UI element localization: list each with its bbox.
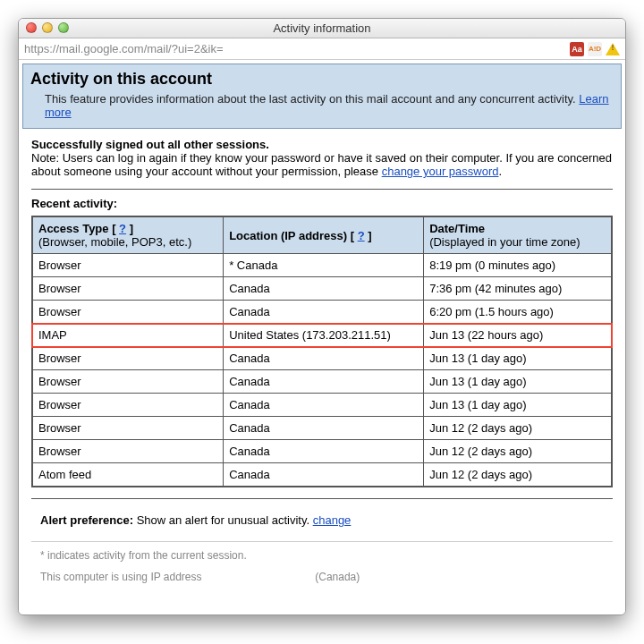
cell-loc: Canada [224, 347, 424, 370]
help-link[interactable]: ? [119, 222, 126, 235]
ip-footnote: This computer is using IP address (Canad… [31, 571, 613, 583]
extension-icon[interactable]: Aa [570, 42, 584, 56]
cell-type: Browser [32, 277, 224, 301]
col3-label: Date/Time [429, 222, 485, 235]
cell-time: Jun 12 (2 days ago) [424, 440, 612, 463]
col1-bracket: ] [126, 222, 133, 235]
cell-loc: Canada [224, 277, 424, 301]
browser-window: Activity information https://mail.google… [18, 18, 626, 615]
cell-type: IMAP [32, 324, 224, 347]
col-location: Location (IP address) [ ? ] [224, 216, 424, 254]
page-title: Activity on this account [30, 70, 614, 89]
table-header-row: Access Type [ ? ] (Browser, mobile, POP3… [32, 216, 612, 254]
page-content: Activity on this account This feature pr… [19, 60, 625, 614]
header-desc-text: This feature provides information about … [45, 92, 579, 106]
window-controls [26, 22, 69, 33]
col2-bracket: ] [365, 229, 372, 242]
cell-time: 6:20 pm (1.5 hours ago) [424, 301, 612, 324]
table-row: IMAPUnited States (173.203.211.51)Jun 13… [32, 324, 612, 347]
signout-note: Note: Users can log in again if they kno… [31, 151, 613, 178]
cell-time: Jun 13 (22 hours ago) [424, 324, 612, 347]
address-bar[interactable]: https://mail.google.com/mail/?ui=2&ik= A… [19, 38, 625, 60]
header-description: This feature provides information about … [45, 92, 614, 119]
window-titlebar: Activity information [19, 19, 625, 38]
cell-type: Browser [32, 440, 224, 463]
cell-type: Browser [32, 417, 224, 440]
table-row: BrowserCanadaJun 12 (2 days ago) [32, 417, 612, 440]
cell-loc: Canada [224, 394, 424, 417]
recent-activity-heading: Recent activity: [31, 197, 613, 210]
table-row: BrowserCanadaJun 13 (1 day ago) [32, 394, 612, 417]
divider [31, 498, 613, 499]
alert-preference: Alert preference: Show an alert for unus… [31, 506, 613, 530]
divider [31, 189, 613, 190]
activity-table: Access Type [ ? ] (Browser, mobile, POP3… [31, 216, 613, 487]
divider [31, 541, 613, 542]
alert-text: Show an alert for unusual activity. [137, 513, 313, 527]
cell-loc: * Canada [224, 254, 424, 277]
help-link[interactable]: ? [358, 229, 365, 242]
cell-type: Atom feed [32, 463, 224, 487]
table-row: BrowserCanada7:36 pm (42 minutes ago) [32, 277, 612, 301]
table-row: BrowserCanadaJun 13 (1 day ago) [32, 370, 612, 394]
table-row: Atom feedCanadaJun 12 (2 days ago) [32, 463, 612, 487]
table-row: Browser* Canada8:19 pm (0 minutes ago) [32, 254, 612, 277]
signout-note-text: Note: Users can log in again if they kno… [31, 151, 612, 178]
alert-label: Alert preference: [40, 513, 137, 527]
cell-loc: Canada [224, 370, 424, 394]
cell-type: Browser [32, 347, 224, 370]
period: . [498, 165, 502, 178]
cell-time: Jun 12 (2 days ago) [424, 417, 612, 440]
cell-time: 8:19 pm (0 minutes ago) [424, 254, 612, 277]
cell-time: Jun 13 (1 day ago) [424, 394, 612, 417]
col2-label: Location (IP address) [ [229, 229, 358, 242]
change-password-link[interactable]: change your password [382, 165, 499, 178]
ip-label: This computer is using IP address [40, 571, 202, 583]
col1-sub: (Browser, mobile, POP3, etc.) [38, 235, 191, 249]
change-alert-link[interactable]: change [313, 513, 352, 527]
cell-loc: Canada [224, 301, 424, 324]
close-icon[interactable] [26, 22, 37, 33]
cell-loc: United States (173.203.211.51) [224, 324, 424, 347]
cell-type: Browser [32, 301, 224, 324]
table-row: BrowserCanadaJun 13 (1 day ago) [32, 347, 612, 370]
extension-icon[interactable]: A!D [588, 42, 602, 56]
col-access-type: Access Type [ ? ] (Browser, mobile, POP3… [32, 216, 224, 254]
table-row: BrowserCanadaJun 12 (2 days ago) [32, 440, 612, 463]
cell-type: Browser [32, 370, 224, 394]
zoom-icon[interactable] [58, 22, 69, 33]
cell-time: 7:36 pm (42 minutes ago) [424, 277, 612, 301]
window-title: Activity information [273, 21, 370, 35]
star-footnote: * indicates activity from the current se… [31, 549, 613, 562]
cell-loc: Canada [224, 463, 424, 487]
signout-section: Successfully signed out all other sessio… [22, 129, 622, 589]
signout-success: Successfully signed out all other sessio… [31, 138, 613, 151]
cell-time: Jun 12 (2 days ago) [424, 463, 612, 487]
warning-icon[interactable] [606, 43, 620, 55]
col3-sub: (Displayed in your time zone) [429, 235, 580, 249]
table-row: BrowserCanada6:20 pm (1.5 hours ago) [32, 301, 612, 324]
cell-time: Jun 13 (1 day ago) [424, 347, 612, 370]
account-activity-header: Activity on this account This feature pr… [22, 64, 622, 129]
cell-type: Browser [32, 394, 224, 417]
cell-loc: Canada [224, 417, 424, 440]
cell-type: Browser [32, 254, 224, 277]
ip-country: (Canada) [315, 571, 360, 583]
col1-label: Access Type [ [38, 222, 119, 235]
col-datetime: Date/Time (Displayed in your time zone) [424, 216, 612, 254]
cell-time: Jun 13 (1 day ago) [424, 370, 612, 394]
minimize-icon[interactable] [42, 22, 53, 33]
cell-loc: Canada [224, 440, 424, 463]
url-text: https://mail.google.com/mail/?ui=2&ik= [24, 42, 566, 55]
